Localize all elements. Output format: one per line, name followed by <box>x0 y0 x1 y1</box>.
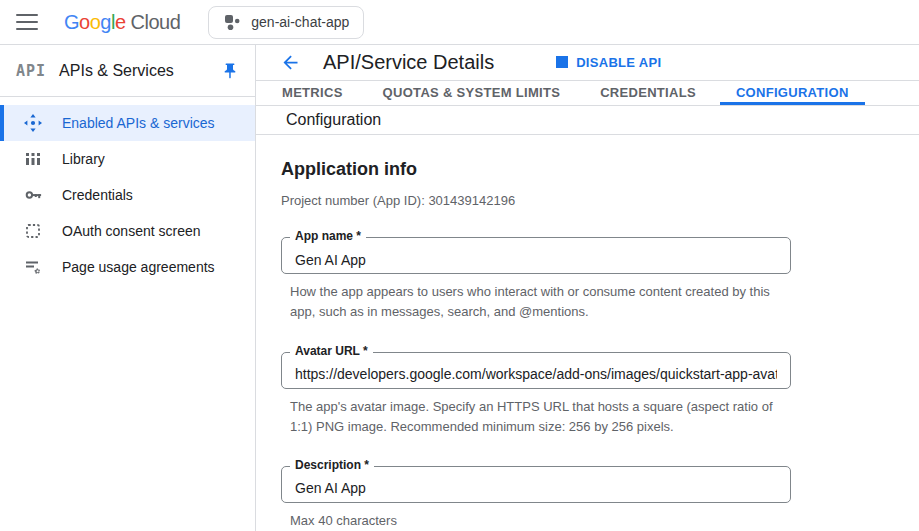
disable-api-button[interactable]: DISABLE API <box>556 55 661 70</box>
sidebar-item-credentials[interactable]: Credentials <box>0 177 255 213</box>
disable-api-label: DISABLE API <box>576 55 661 70</box>
description-label: Description * <box>290 458 374 472</box>
app-name-helper: How the app appears to users who interac… <box>290 282 795 322</box>
page-header: API/Service Details DISABLE API <box>256 45 919 81</box>
project-selector[interactable]: gen-ai-chat-app <box>208 6 364 39</box>
project-number-text: Project number (App ID): 301439142196 <box>281 193 919 208</box>
google-cloud-logo[interactable]: Google Cloud <box>64 11 180 34</box>
sidebar-item-oauth[interactable]: OAuth consent screen <box>0 213 255 249</box>
sidebar-item-label: Enabled APIs & services <box>62 115 215 131</box>
avatar-url-helper: The app's avatar image. Specify an HTTPS… <box>290 397 795 437</box>
stop-icon <box>556 56 568 68</box>
cloud-wordmark: Cloud <box>131 11 181 34</box>
page-usage-icon <box>24 258 42 276</box>
tab-bar: METRICS QUOTAS & SYSTEM LIMITS CREDENTIA… <box>256 81 919 106</box>
description-helper: Max 40 characters <box>290 511 795 531</box>
description-field-group: Description * Max 40 characters <box>281 466 919 531</box>
section-title: Configuration <box>286 111 381 129</box>
sidebar-item-label: OAuth consent screen <box>62 223 201 239</box>
topbar: Google Cloud gen-ai-chat-app <box>0 0 919 45</box>
google-logo-wordmark: Google <box>64 11 126 34</box>
project-selector-label: gen-ai-chat-app <box>251 14 349 30</box>
app-name-label: App name * <box>290 229 366 243</box>
page-title: API/Service Details <box>323 51 494 74</box>
tab-configuration[interactable]: CONFIGURATION <box>720 81 865 105</box>
project-icon <box>223 13 241 31</box>
application-info-heading: Application info <box>281 159 919 180</box>
pin-icon[interactable] <box>221 62 239 80</box>
back-arrow-icon[interactable] <box>280 52 301 73</box>
main-panel: API/Service Details DISABLE API METRICS … <box>256 45 919 531</box>
app-name-field-group: App name * How the app appears to users … <box>281 237 919 322</box>
sidebar: API APIs & Services <box>0 45 256 531</box>
tab-quotas[interactable]: QUOTAS & SYSTEM LIMITS <box>367 81 577 105</box>
apis-services-icon: API <box>16 62 46 80</box>
tab-credentials[interactable]: CREDENTIALS <box>584 81 712 105</box>
library-icon <box>24 150 42 168</box>
enabled-apis-icon <box>24 114 42 132</box>
sidebar-item-label: Page usage agreements <box>62 259 215 275</box>
section-bar: Configuration <box>256 106 919 136</box>
sidebar-nav: Enabled APIs & services Library <box>0 97 255 285</box>
key-icon <box>24 186 42 204</box>
sidebar-item-enabled-apis[interactable]: Enabled APIs & services <box>0 105 255 141</box>
sidebar-header: API APIs & Services <box>0 45 255 97</box>
menu-icon[interactable] <box>16 14 38 30</box>
tab-metrics[interactable]: METRICS <box>266 81 359 105</box>
sidebar-item-label: Credentials <box>62 187 133 203</box>
oauth-consent-icon <box>24 222 42 240</box>
sidebar-item-label: Library <box>62 151 105 167</box>
sidebar-title: APIs & Services <box>59 62 221 80</box>
avatar-url-field-group: Avatar URL * The app's avatar image. Spe… <box>281 352 919 437</box>
sidebar-item-library[interactable]: Library <box>0 141 255 177</box>
avatar-url-label: Avatar URL * <box>290 344 373 358</box>
configuration-content: Application info Project number (App ID)… <box>256 135 919 531</box>
sidebar-item-page-usage[interactable]: Page usage agreements <box>0 249 255 285</box>
